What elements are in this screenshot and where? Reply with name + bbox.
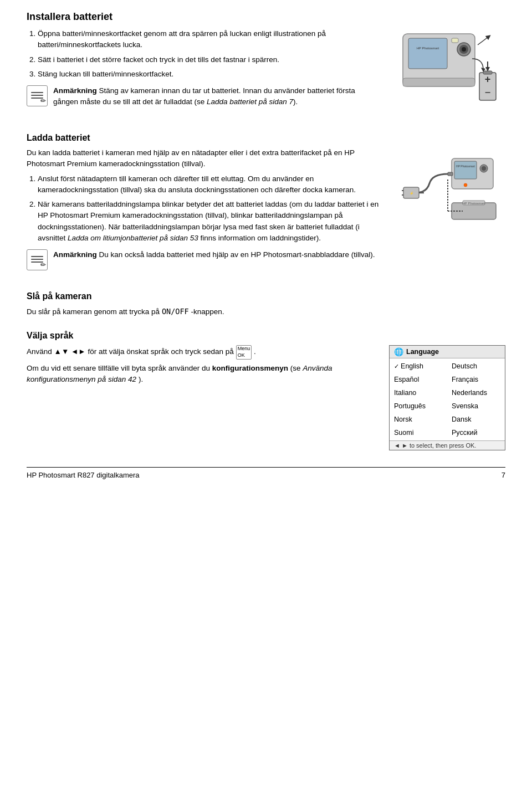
valja-p2: Om du vid ett senare tillfälle vill byta… [27,363,378,386]
language-menu: 🌐 Language English Deutsch Español Franç… [389,345,505,450]
list-item: När kamerans batteriladdningslampa blink… [38,199,383,244]
section-ladda: Ladda batteriet Du kan ladda batteriet i… [27,133,505,278]
svg-text:HP Photosmart: HP Photosmart [417,47,439,50]
battery-diagram-container: HP Photosmart + [389,28,505,120]
list-item: Öppna batteri/minneskortfacket genom att… [38,28,378,51]
valja-p1: Använd ▲▼ ◄► för att välja önskat språk … [27,345,378,359]
svg-rect-17 [454,161,477,179]
section-sla: Slå på kameran Du slår på kameran genom … [27,291,505,317]
svg-text:HP Photosmart: HP Photosmart [456,165,475,168]
list-item: Sätt i batteriet i det större facket och… [38,54,378,65]
ladda-note: ✏ Anmärkning Du kan också ladda batterie… [27,249,383,270]
lang-item-russian[interactable]: Русский [447,426,505,439]
svg-point-27 [464,183,467,187]
section-title-sla: Slå på kameran [27,291,505,301]
installera-content: Öppna batteri/minneskortfacket genom att… [27,28,505,120]
battery-diagram: HP Photosmart + [392,28,503,120]
language-footer: ◄ ► to select, then press OK. [390,440,505,450]
onoff-code: ON/OFF [162,307,189,316]
svg-text:⚡: ⚡ [409,191,413,196]
page-container: Installera batteriet Öppna batteri/minne… [27,11,505,450]
config-bold: konfigurationsmenyn [212,364,288,372]
installera-text: Öppna batteri/minneskortfacket genom att… [27,28,378,120]
language-menu-title: 🌐 Language [390,346,505,358]
svg-rect-6 [452,38,458,43]
section-valja: Välja språk Använd ▲▼ ◄► för att välja ö… [27,331,505,450]
lang-item-portugues[interactable]: Português [390,399,447,413]
lang-item-norsk[interactable]: Norsk [390,413,447,426]
ladda-link: Ladda om litiumjonbatteriet på sidan 53 [68,234,198,242]
lang-item-deutsch[interactable]: Deutsch [447,360,505,373]
valja-content: Använd ▲▼ ◄► för att välja önskat språk … [27,345,505,450]
page-footer: HP Photosmart R827 digitalkamera 7 [27,467,505,479]
lang-item-english[interactable]: English [390,360,447,373]
svg-text:−: − [485,87,491,98]
lang-item-espanol[interactable]: Español [390,373,447,386]
pencil-icon-2: ✏ [40,261,46,269]
sla-text: Du slår på kameran genom att trycka på O… [27,306,505,317]
note-text-installera: Anmärkning Stäng av kameran innan du tar… [53,85,378,108]
valja-text: Använd ▲▼ ◄► för att välja önskat språk … [27,345,378,388]
list-item: Anslut först nätadaptern till kameran oc… [38,173,383,196]
list-item: Stäng luckan till batteri/minneskortfack… [38,69,378,80]
lang-item-dansk[interactable]: Dansk [447,413,505,426]
svg-rect-1 [408,38,447,69]
ladda-content: Du kan ladda batteriet i kameran med hjä… [27,147,505,278]
footer-right: 7 [502,471,505,479]
svg-text:+: + [485,74,491,85]
svg-text:HP Photosmart: HP Photosmart [462,202,485,205]
menu-key: MenuOK [236,345,252,359]
lang-item-italiano[interactable]: Italiano [390,386,447,399]
svg-point-20 [482,166,486,171]
section-title-ladda: Ladda batteriet [27,133,505,143]
lang-item-francais[interactable]: Français [447,373,505,386]
installera-list: Öppna batteri/minneskortfacket genom att… [38,28,378,80]
language-grid: English Deutsch Español Français Italian… [390,358,505,440]
ladda-text: Du kan ladda batteriet i kameran med hjä… [27,147,383,278]
lang-item-svenska[interactable]: Svenska [447,399,505,413]
charging-diagram-container: HP Photosmart ⚡ [395,147,505,278]
ladda-intro: Du kan ladda batteriet i kameran med hjä… [27,147,383,170]
note-icon-2: ✏ [27,249,48,270]
svg-point-5 [462,47,466,52]
svg-rect-21 [448,172,453,176]
globe-icon: 🌐 [394,347,403,356]
section-title-valja: Välja språk [27,331,505,341]
note-text-ladda: Anmärkning Du kan också ladda batteriet … [53,249,375,260]
language-title: Language [406,348,439,356]
lang-item-suomi[interactable]: Suomi [390,426,447,439]
section-title-installera: Installera batteriet [27,11,505,23]
charging-diagram: HP Photosmart ⚡ [399,153,502,230]
ladda-list: Anslut först nätadaptern till kameran oc… [38,173,383,244]
section-installera: Installera batteriet Öppna batteri/minne… [27,11,505,120]
note-link: Ladda batteriet på sidan 7 [207,98,293,106]
installera-note: ✏ Anmärkning Stäng av kameran innan du t… [27,85,378,108]
footer-left: HP Photosmart R827 digitalkamera [27,471,140,479]
pencil-icon: ✏ [40,97,46,105]
svg-rect-7 [403,78,475,86]
svg-line-8 [478,37,489,45]
lang-item-nederlands[interactable]: Nederlands [447,386,505,399]
note-icon: ✏ [27,85,48,106]
